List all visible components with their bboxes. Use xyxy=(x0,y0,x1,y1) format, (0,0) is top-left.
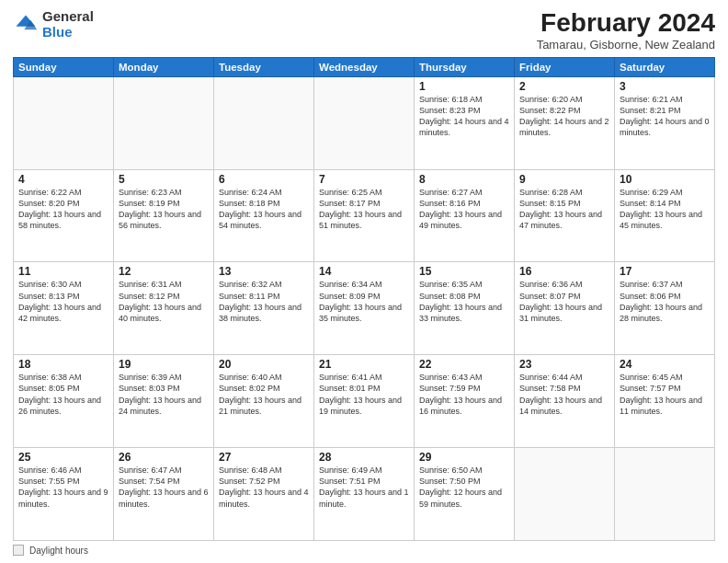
logo: General Blue xyxy=(13,9,94,40)
day-number: 13 xyxy=(219,265,309,278)
calendar-day-cell: 24Sunrise: 6:45 AM Sunset: 7:57 PM Dayli… xyxy=(615,355,715,448)
calendar-week-row: 25Sunrise: 6:46 AM Sunset: 7:55 PM Dayli… xyxy=(14,448,715,541)
day-info: Sunrise: 6:24 AM Sunset: 8:18 PM Dayligh… xyxy=(219,187,309,232)
main-title: February 2024 xyxy=(537,9,715,38)
day-info: Sunrise: 6:39 AM Sunset: 8:03 PM Dayligh… xyxy=(119,372,209,417)
day-number: 29 xyxy=(419,451,509,464)
calendar-day-cell: 26Sunrise: 6:47 AM Sunset: 7:54 PM Dayli… xyxy=(114,448,214,541)
day-number: 9 xyxy=(519,173,609,186)
day-number: 8 xyxy=(419,173,509,186)
day-info: Sunrise: 6:48 AM Sunset: 7:52 PM Dayligh… xyxy=(219,465,309,510)
day-info: Sunrise: 6:44 AM Sunset: 7:58 PM Dayligh… xyxy=(519,372,609,417)
day-info: Sunrise: 6:50 AM Sunset: 7:50 PM Dayligh… xyxy=(419,465,509,510)
calendar-week-row: 1Sunrise: 6:18 AM Sunset: 8:23 PM Daylig… xyxy=(14,76,715,169)
day-number: 28 xyxy=(319,451,409,464)
calendar-day-cell: 8Sunrise: 6:27 AM Sunset: 8:16 PM Daylig… xyxy=(415,169,515,262)
day-number: 19 xyxy=(119,358,209,371)
calendar-day-cell: 14Sunrise: 6:34 AM Sunset: 8:09 PM Dayli… xyxy=(314,262,415,355)
calendar-day-cell: 3Sunrise: 6:21 AM Sunset: 8:21 PM Daylig… xyxy=(615,76,715,169)
day-info: Sunrise: 6:34 AM Sunset: 8:09 PM Dayligh… xyxy=(319,279,409,324)
day-info: Sunrise: 6:25 AM Sunset: 8:17 PM Dayligh… xyxy=(319,187,409,232)
calendar-day-cell: 21Sunrise: 6:41 AM Sunset: 8:01 PM Dayli… xyxy=(314,355,415,448)
day-info: Sunrise: 6:41 AM Sunset: 8:01 PM Dayligh… xyxy=(319,372,409,417)
calendar-day-cell: 10Sunrise: 6:29 AM Sunset: 8:14 PM Dayli… xyxy=(615,169,715,262)
calendar-week-row: 18Sunrise: 6:38 AM Sunset: 8:05 PM Dayli… xyxy=(14,355,715,448)
logo-blue: Blue xyxy=(42,25,94,40)
calendar-day-cell: 22Sunrise: 6:43 AM Sunset: 7:59 PM Dayli… xyxy=(415,355,515,448)
footer: Daylight hours xyxy=(13,545,715,556)
day-info: Sunrise: 6:49 AM Sunset: 7:51 PM Dayligh… xyxy=(319,465,409,510)
day-info: Sunrise: 6:46 AM Sunset: 7:55 PM Dayligh… xyxy=(18,465,108,510)
day-info: Sunrise: 6:27 AM Sunset: 8:16 PM Dayligh… xyxy=(419,187,509,232)
calendar-day-cell: 20Sunrise: 6:40 AM Sunset: 8:02 PM Dayli… xyxy=(214,355,314,448)
calendar-day-cell: 29Sunrise: 6:50 AM Sunset: 7:50 PM Dayli… xyxy=(415,448,515,541)
calendar-day-header: Friday xyxy=(515,57,615,76)
calendar-day-cell: 6Sunrise: 6:24 AM Sunset: 8:18 PM Daylig… xyxy=(214,169,314,262)
day-number: 23 xyxy=(519,358,609,371)
day-info: Sunrise: 6:45 AM Sunset: 7:57 PM Dayligh… xyxy=(620,372,710,417)
daylight-legend-box xyxy=(13,545,24,556)
calendar-day-cell xyxy=(114,76,214,169)
calendar-day-cell: 17Sunrise: 6:37 AM Sunset: 8:06 PM Dayli… xyxy=(615,262,715,355)
subtitle: Tamarau, Gisborne, New Zealand xyxy=(537,38,715,52)
day-info: Sunrise: 6:40 AM Sunset: 8:02 PM Dayligh… xyxy=(219,372,309,417)
day-number: 15 xyxy=(419,265,509,278)
day-number: 25 xyxy=(18,451,108,464)
day-number: 18 xyxy=(18,358,108,371)
calendar-day-cell: 25Sunrise: 6:46 AM Sunset: 7:55 PM Dayli… xyxy=(14,448,114,541)
day-number: 26 xyxy=(119,451,209,464)
calendar-day-header: Tuesday xyxy=(214,57,314,76)
calendar-day-header: Sunday xyxy=(14,57,114,76)
day-number: 27 xyxy=(219,451,309,464)
day-info: Sunrise: 6:18 AM Sunset: 8:23 PM Dayligh… xyxy=(419,94,509,139)
day-number: 20 xyxy=(219,358,309,371)
day-number: 10 xyxy=(620,173,710,186)
day-info: Sunrise: 6:38 AM Sunset: 8:05 PM Dayligh… xyxy=(18,372,108,417)
day-info: Sunrise: 6:37 AM Sunset: 8:06 PM Dayligh… xyxy=(620,279,710,324)
logo-general: General xyxy=(42,9,94,25)
day-number: 24 xyxy=(620,358,710,371)
calendar-day-cell: 4Sunrise: 6:22 AM Sunset: 8:20 PM Daylig… xyxy=(14,169,114,262)
calendar-day-header: Thursday xyxy=(415,57,515,76)
day-number: 4 xyxy=(18,173,108,186)
day-info: Sunrise: 6:23 AM Sunset: 8:19 PM Dayligh… xyxy=(119,187,209,232)
day-number: 1 xyxy=(419,80,509,93)
calendar-week-row: 4Sunrise: 6:22 AM Sunset: 8:20 PM Daylig… xyxy=(14,169,715,262)
calendar-header-row: SundayMondayTuesdayWednesdayThursdayFrid… xyxy=(14,57,715,76)
day-number: 17 xyxy=(620,265,710,278)
header: General Blue February 2024 Tamarau, Gisb… xyxy=(13,9,715,52)
calendar-day-cell: 28Sunrise: 6:49 AM Sunset: 7:51 PM Dayli… xyxy=(314,448,415,541)
calendar-day-cell: 19Sunrise: 6:39 AM Sunset: 8:03 PM Dayli… xyxy=(114,355,214,448)
day-info: Sunrise: 6:21 AM Sunset: 8:21 PM Dayligh… xyxy=(620,94,710,139)
calendar-day-cell: 27Sunrise: 6:48 AM Sunset: 7:52 PM Dayli… xyxy=(214,448,314,541)
day-number: 2 xyxy=(519,80,609,93)
page: General Blue February 2024 Tamarau, Gisb… xyxy=(0,0,728,563)
day-info: Sunrise: 6:20 AM Sunset: 8:22 PM Dayligh… xyxy=(519,94,609,139)
calendar-day-cell: 5Sunrise: 6:23 AM Sunset: 8:19 PM Daylig… xyxy=(114,169,214,262)
calendar-day-cell: 23Sunrise: 6:44 AM Sunset: 7:58 PM Dayli… xyxy=(515,355,615,448)
day-info: Sunrise: 6:28 AM Sunset: 8:15 PM Dayligh… xyxy=(519,187,609,232)
calendar-table: SundayMondayTuesdayWednesdayThursdayFrid… xyxy=(13,57,715,541)
calendar-day-header: Monday xyxy=(114,57,214,76)
calendar-day-cell: 18Sunrise: 6:38 AM Sunset: 8:05 PM Dayli… xyxy=(14,355,114,448)
day-number: 16 xyxy=(519,265,609,278)
day-number: 11 xyxy=(18,265,108,278)
daylight-label: Daylight hours xyxy=(29,546,88,556)
day-number: 3 xyxy=(620,80,710,93)
title-block: February 2024 Tamarau, Gisborne, New Zea… xyxy=(537,9,715,52)
calendar-day-cell xyxy=(515,448,615,541)
calendar-day-cell xyxy=(214,76,314,169)
calendar-day-header: Saturday xyxy=(615,57,715,76)
day-number: 6 xyxy=(219,173,309,186)
day-info: Sunrise: 6:35 AM Sunset: 8:08 PM Dayligh… xyxy=(419,279,509,324)
day-number: 5 xyxy=(119,173,209,186)
calendar-week-row: 11Sunrise: 6:30 AM Sunset: 8:13 PM Dayli… xyxy=(14,262,715,355)
day-number: 14 xyxy=(319,265,409,278)
calendar-day-cell xyxy=(615,448,715,541)
calendar-day-cell: 13Sunrise: 6:32 AM Sunset: 8:11 PM Dayli… xyxy=(214,262,314,355)
calendar-day-cell: 1Sunrise: 6:18 AM Sunset: 8:23 PM Daylig… xyxy=(415,76,515,169)
day-info: Sunrise: 6:32 AM Sunset: 8:11 PM Dayligh… xyxy=(219,279,309,324)
day-info: Sunrise: 6:30 AM Sunset: 8:13 PM Dayligh… xyxy=(18,279,108,324)
day-info: Sunrise: 6:31 AM Sunset: 8:12 PM Dayligh… xyxy=(119,279,209,324)
day-info: Sunrise: 6:43 AM Sunset: 7:59 PM Dayligh… xyxy=(419,372,509,417)
